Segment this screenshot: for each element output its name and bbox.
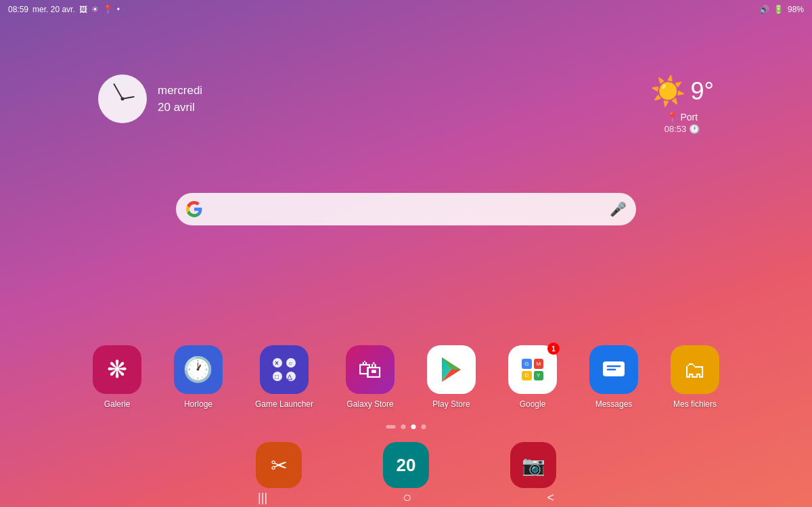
clock-widget[interactable]: mercredi 20 avril [98, 74, 202, 123]
playstore-svg [436, 355, 466, 384]
volume-icon: 🔊 [759, 5, 769, 14]
app-messages[interactable]: Messages [589, 345, 638, 409]
clock-datetext: 20 avril [158, 99, 202, 116]
weather-location: 📍 Port [650, 112, 714, 123]
location-pin-icon: 📍 [667, 112, 678, 123]
clock-icon: 🕐 [689, 124, 700, 134]
page-dot-3[interactable] [411, 424, 416, 429]
nav-back-button[interactable]: < [547, 491, 554, 505]
nav-bar: ||| ○ < [0, 488, 812, 507]
sun-icon: ☀️ [650, 74, 685, 108]
search-bar[interactable]: 🎤 [176, 193, 636, 225]
galerie-label: Galerie [104, 399, 131, 409]
weather-widget[interactable]: ☀️ 9° 📍 Port 08:53 🕐 [650, 74, 714, 134]
messages-icon [589, 345, 638, 394]
nav-recents-button[interactable]: ||| [258, 491, 267, 505]
nav-home-button[interactable]: ○ [403, 489, 411, 506]
svg-text:×: × [275, 359, 279, 367]
messages-label: Messages [595, 399, 633, 409]
screenshot-icon: 🖼 [79, 5, 87, 14]
galerie-icon: ❋ [93, 345, 141, 394]
svg-text:△: △ [286, 373, 293, 380]
playstore-icon [427, 345, 476, 394]
app-galerie[interactable]: ❋ Galerie [93, 345, 141, 409]
clock-face [98, 74, 147, 123]
gamelauncher-label: Game Launcher [255, 399, 313, 409]
app-grid: ❋ Galerie 🕐 Horloge × ○ □ △ Game Launche… [0, 345, 812, 409]
dot-icon: • [117, 5, 120, 14]
app-galaxystore[interactable]: 🛍 Galaxy Store [346, 345, 394, 409]
weather-top: ☀️ 9° [650, 74, 714, 108]
google-logo [185, 200, 203, 218]
google-icon: G M D Y 1 [508, 345, 557, 394]
dock-app-screenshot[interactable]: 📷 [510, 442, 556, 488]
app-fichiers[interactable]: 🗂 Mes fichiers [671, 345, 719, 409]
messages-svg [600, 356, 627, 383]
temperature: 9° [691, 77, 714, 106]
clock-day: mercredi [158, 82, 202, 100]
status-bar: 08:59 mer. 20 avr. 🖼 ☀ 📍 • 🔊 🔋 98% [0, 0, 812, 19]
page-dot-1[interactable] [386, 425, 396, 428]
brightness-icon: ☀ [91, 5, 99, 14]
galaxystore-icon: 🛍 [346, 345, 394, 394]
microphone-icon[interactable]: 🎤 [610, 201, 627, 217]
location-icon: 📍 [103, 5, 113, 14]
battery-level: 98% [788, 5, 804, 14]
horloge-label: Horloge [184, 399, 212, 409]
dock-app-youcut[interactable]: ✂ [256, 442, 302, 488]
notification-badge: 1 [547, 343, 560, 355]
galaxystore-label: Galaxy Store [346, 399, 393, 409]
horloge-icon: 🕐 [174, 345, 223, 394]
clock-date: mercredi 20 avril [158, 82, 202, 116]
dock-app-calendar[interactable]: 20 [383, 442, 429, 488]
status-left: 08:59 mer. 20 avr. 🖼 ☀ 📍 • [8, 5, 120, 14]
clock-center-dot [121, 97, 125, 101]
gamelauncher-svg: × ○ □ △ [271, 356, 298, 383]
svg-text:○: ○ [288, 359, 292, 367]
bottom-dock: ✂ 20 📷 [256, 442, 556, 488]
weather-time: 08:53 🕐 [650, 124, 714, 134]
page-indicators [386, 424, 426, 429]
battery-icon: 🔋 [773, 5, 784, 14]
app-horloge[interactable]: 🕐 Horloge [174, 345, 223, 409]
clock-hour-hand [122, 96, 135, 100]
page-dot-4[interactable] [422, 424, 426, 429]
app-gamelauncher[interactable]: × ○ □ △ Game Launcher [255, 345, 313, 409]
gamelauncher-icon: × ○ □ △ [260, 345, 309, 394]
status-time: 08:59 [8, 5, 28, 14]
svg-text:□: □ [275, 373, 279, 380]
app-playstore[interactable]: Play Store [427, 345, 476, 409]
status-right: 🔊 🔋 98% [759, 5, 804, 14]
status-date: mer. 20 avr. [32, 5, 75, 14]
fichiers-icon: 🗂 [671, 345, 719, 394]
google-label: Google [520, 399, 546, 409]
playstore-label: Play Store [432, 399, 470, 409]
app-google[interactable]: G M D Y 1 Google [508, 345, 557, 409]
page-dot-2[interactable] [401, 424, 406, 429]
fichiers-label: Mes fichiers [673, 399, 717, 409]
